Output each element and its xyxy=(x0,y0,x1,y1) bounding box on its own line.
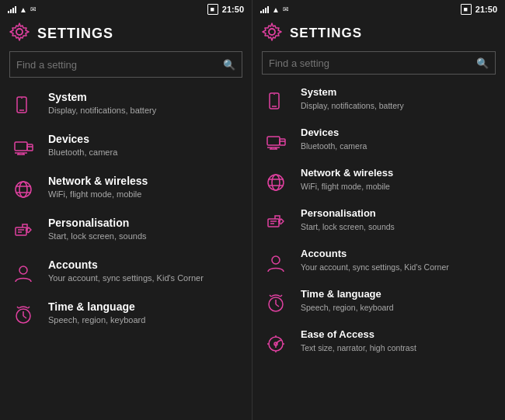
menu-desc-system: Display, notifications, battery xyxy=(48,105,156,116)
svg-line-47 xyxy=(280,295,282,297)
status-bar: ▲ ✉ ■ 21:50 xyxy=(252,0,505,17)
menu-label-network: Network & wireless xyxy=(301,167,393,180)
menu-desc-ease: Text size, narrator, high contrast xyxy=(301,342,416,354)
svg-point-36 xyxy=(272,175,280,190)
menu-text-personalisation: Personalisation Start, lock screen, soun… xyxy=(301,207,395,233)
svg-line-46 xyxy=(270,295,271,297)
menu-label-system: System xyxy=(48,90,156,104)
menu-item-devices[interactable]: Devices Bluetooth, camera xyxy=(0,126,252,168)
svg-line-21 xyxy=(23,316,26,318)
menu-desc-network: WiFi, flight mode, mobile xyxy=(48,189,148,200)
menu-text-system: System Display, notifications, battery xyxy=(301,86,404,112)
wifi-icon: ▲ xyxy=(272,5,280,14)
svg-rect-29 xyxy=(280,139,285,145)
menu-text-personalisation: Personalisation Start, lock screen, soun… xyxy=(48,216,147,243)
search-icon[interactable]: 🔍 xyxy=(223,59,235,71)
svg-rect-15 xyxy=(16,227,26,235)
search-bar: 🔍 xyxy=(262,51,496,75)
svg-line-23 xyxy=(28,307,30,308)
menu-text-network: Network & wireless WiFi, flight mode, mo… xyxy=(48,174,148,201)
gear-icon xyxy=(262,22,282,45)
svg-rect-39 xyxy=(268,219,279,227)
system-icon xyxy=(9,92,37,120)
svg-line-45 xyxy=(276,304,279,307)
menu-label-devices: Devices xyxy=(301,127,367,140)
menu-desc-accounts: Your account, sync settings, Kid's Corne… xyxy=(48,272,204,284)
settings-header: SETTINGS xyxy=(252,17,505,50)
menu-text-time: Time & language Speech, region, keyboard xyxy=(301,288,394,314)
menu-label-ease: Ease of Access xyxy=(301,328,416,342)
network-icon xyxy=(9,175,37,203)
menu-label-personalisation: Personalisation xyxy=(301,207,395,220)
battery-icon: ■ xyxy=(461,4,471,15)
svg-rect-28 xyxy=(267,137,280,145)
svg-rect-5 xyxy=(27,144,33,151)
settings-header: SETTINGS xyxy=(0,17,252,50)
menu-item-system[interactable]: System Display, notifications, battery xyxy=(252,81,505,121)
menu-item-time[interactable]: Time & language Speech, region, keyboard xyxy=(0,293,252,335)
menu-item-personalisation[interactable]: Personalisation Start, lock screen, soun… xyxy=(0,210,252,252)
status-time: 21:50 xyxy=(475,5,497,14)
gear-icon xyxy=(9,22,30,45)
status-left: ▲ ✉ xyxy=(8,5,37,14)
svg-rect-4 xyxy=(15,142,27,151)
search-input[interactable] xyxy=(16,59,223,71)
menu-label-time: Time & language xyxy=(48,300,145,314)
menu-desc-devices: Bluetooth, camera xyxy=(301,141,367,152)
menu-desc-accounts: Your account, sync settings, Kid's Corne… xyxy=(301,262,449,273)
menu-text-devices: Devices Bluetooth, camera xyxy=(48,132,117,159)
network-icon xyxy=(262,168,290,196)
svg-point-24 xyxy=(269,29,275,35)
menu-item-accounts[interactable]: Accounts Your account, sync settings, Ki… xyxy=(252,242,505,283)
menu-item-devices[interactable]: Devices Bluetooth, camera xyxy=(252,121,505,161)
wifi-icon: ▲ xyxy=(19,5,27,14)
accounts-icon xyxy=(9,259,37,287)
svg-line-22 xyxy=(17,307,19,308)
menu-desc-personalisation: Start, lock screen, sounds xyxy=(301,221,395,233)
svg-point-35 xyxy=(268,175,284,190)
svg-point-18 xyxy=(19,266,27,274)
menu-desc-time: Speech, region, keyboard xyxy=(301,302,394,314)
svg-point-12 xyxy=(19,182,27,197)
personalisation-icon xyxy=(262,209,290,237)
menu-text-accounts: Accounts Your account, sync settings, Ki… xyxy=(301,248,449,273)
menu-text-ease: Ease of Access Text size, narrator, high… xyxy=(301,328,416,354)
menu-item-network[interactable]: Network & wireless WiFi, flight mode, mo… xyxy=(252,161,505,202)
menu-item-network[interactable]: Network & wireless WiFi, flight mode, mo… xyxy=(0,168,252,210)
menu-desc-network: WiFi, flight mode, mobile xyxy=(301,181,393,193)
search-icon[interactable]: 🔍 xyxy=(476,57,489,69)
page-title: SETTINGS xyxy=(37,26,113,42)
menu-desc-system: Display, notifications, battery xyxy=(301,100,404,112)
menu-item-accounts[interactable]: Accounts Your account, sync settings, Ki… xyxy=(0,252,252,293)
search-input[interactable] xyxy=(269,57,476,69)
menu-text-devices: Devices Bluetooth, camera xyxy=(301,127,367,152)
menu-desc-personalisation: Start, lock screen, sounds xyxy=(48,231,147,242)
message-icon: ✉ xyxy=(283,5,289,13)
status-right: ■ 21:50 xyxy=(207,4,244,15)
menu-item-ease[interactable]: Ease of Access Text size, narrator, high… xyxy=(252,323,505,363)
page-title: SETTINGS xyxy=(290,26,362,41)
message-icon: ✉ xyxy=(30,5,37,13)
panel-right: ▲ ✉ ■ 21:50 SETTINGS 🔍 System Display, n… xyxy=(252,0,505,420)
time-icon xyxy=(9,301,37,329)
system-icon xyxy=(262,88,290,116)
devices-icon xyxy=(262,128,290,156)
status-left: ▲ ✉ xyxy=(260,5,289,14)
menu-item-system[interactable]: System Display, notifications, battery xyxy=(0,84,252,126)
status-bar: ▲ ✉ ■ 21:50 xyxy=(0,0,252,17)
menu-label-accounts: Accounts xyxy=(301,248,449,261)
panel-left: ▲ ✉ ■ 21:50 SETTINGS 🔍 System Display, n… xyxy=(0,0,252,420)
menu-item-time[interactable]: Time & language Speech, region, keyboard xyxy=(252,283,505,323)
battery-icon: ■ xyxy=(207,4,218,15)
time-icon xyxy=(262,290,290,318)
menu-item-personalisation[interactable]: Personalisation Start, lock screen, soun… xyxy=(252,202,505,242)
svg-point-0 xyxy=(16,29,23,35)
menu-desc-devices: Bluetooth, camera xyxy=(48,147,117,158)
menu-list: System Display, notifications, battery D… xyxy=(252,81,505,420)
menu-label-system: System xyxy=(301,86,404,99)
menu-list: System Display, notifications, battery D… xyxy=(0,84,252,420)
svg-point-42 xyxy=(272,256,280,264)
devices-icon xyxy=(9,134,37,161)
signal-icon xyxy=(260,5,269,13)
menu-label-devices: Devices xyxy=(48,132,117,146)
